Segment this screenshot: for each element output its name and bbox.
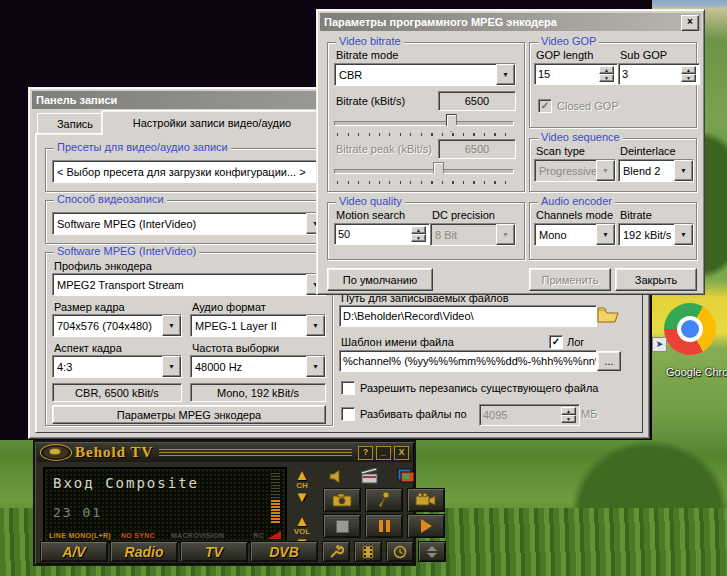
behold-tv-window: Behold TV ? _ X Вход Composite 23 01 LIN… bbox=[33, 440, 416, 566]
channels-mode-select[interactable]: Mono ▼ bbox=[534, 223, 616, 246]
minimize-button[interactable]: _ bbox=[376, 446, 391, 460]
bitrate-slider[interactable] bbox=[334, 113, 514, 139]
split-size-value: 4095 bbox=[483, 409, 561, 421]
close-icon[interactable]: × bbox=[681, 15, 699, 31]
file-playback-button[interactable] bbox=[354, 541, 382, 562]
log-checkbox[interactable]: ✓ bbox=[549, 335, 563, 349]
motion-search-input[interactable]: 50 ▲▼ bbox=[334, 223, 430, 245]
spin-up-icon[interactable]: ▲ bbox=[681, 66, 696, 74]
chevron-down-icon[interactable]: ▼ bbox=[306, 356, 325, 377]
help-button[interactable]: ? bbox=[358, 446, 373, 460]
channel-down-button[interactable]: ▼ bbox=[295, 490, 310, 503]
tab-record-label: Запись bbox=[57, 118, 93, 130]
template-more-button[interactable]: ... bbox=[597, 351, 621, 371]
overwrite-checkbox[interactable] bbox=[341, 381, 355, 395]
frame-size-select[interactable]: 704x576 (704x480) ▼ bbox=[52, 314, 182, 337]
stop-button[interactable] bbox=[323, 514, 361, 538]
sub-gop-value: 3 bbox=[622, 68, 681, 80]
close-button[interactable]: Закрыть bbox=[615, 268, 697, 291]
spin-down-icon[interactable]: ▼ bbox=[599, 74, 614, 82]
volume-up-button[interactable]: ▲ bbox=[295, 514, 310, 527]
mode-radio-button[interactable]: Radio bbox=[110, 541, 178, 562]
motion-search-spinner[interactable]: ▲▼ bbox=[411, 226, 426, 242]
deinterlace-select[interactable]: Blend 2 ▼ bbox=[618, 159, 694, 182]
bitrate-mode-select[interactable]: CBR ▼ bbox=[334, 63, 516, 86]
slider-thumb[interactable] bbox=[446, 114, 457, 132]
chevron-down-icon: ▼ bbox=[496, 224, 515, 245]
status-rc: RC bbox=[253, 532, 264, 539]
chevron-down-icon[interactable]: ▼ bbox=[306, 315, 325, 336]
preset-select[interactable]: < Выбор пресета для загрузки конфигураци… bbox=[52, 160, 326, 183]
audio-bitrate-select[interactable]: 192 kBit/s ▼ bbox=[618, 223, 694, 246]
slider-track bbox=[334, 169, 514, 174]
record-path-input[interactable]: D:\Beholder\Record\Video\ bbox=[339, 305, 597, 327]
mode-av-label: A/V bbox=[62, 544, 85, 560]
video-record-button[interactable] bbox=[407, 488, 445, 512]
software-mpeg-group-label: Software MPEG (InterVideo) bbox=[54, 245, 199, 257]
tv-display-button[interactable] bbox=[397, 468, 414, 483]
mode-dvb-button[interactable]: DVB bbox=[250, 541, 318, 562]
aspect-select[interactable]: 4:3 ▼ bbox=[52, 355, 182, 378]
template-more-label: ... bbox=[604, 355, 613, 367]
record-method-group: Способ видеозаписи Software MPEG (InterV… bbox=[45, 200, 333, 244]
sub-gop-input[interactable]: 3 ▲▼ bbox=[618, 63, 700, 85]
mode-tv-button[interactable]: TV bbox=[180, 541, 248, 562]
channel-up-button[interactable]: ▲ bbox=[295, 468, 310, 481]
gop-length-spinner[interactable]: ▲▼ bbox=[599, 66, 614, 82]
chevron-down-icon[interactable]: ▼ bbox=[596, 224, 615, 245]
spin-up-icon[interactable]: ▲ bbox=[561, 407, 576, 415]
bitrate-peak-value-box: 6500 bbox=[438, 139, 516, 159]
encoder-params-button[interactable]: Параметры MPEG энкодера bbox=[52, 405, 326, 424]
encoder-profile-select[interactable]: MPEG2 Transport Stream ▼ bbox=[52, 273, 326, 296]
tab-video-audio-settings[interactable]: Настройки записи видео/аудио bbox=[101, 110, 323, 135]
chevron-down-icon[interactable]: ▼ bbox=[496, 64, 515, 85]
spin-down-icon[interactable]: ▼ bbox=[411, 234, 426, 242]
chevron-down-icon[interactable]: ▼ bbox=[162, 356, 181, 377]
audio-format-select[interactable]: MPEG-1 Layer II ▼ bbox=[190, 314, 326, 337]
split-files-checkbox[interactable] bbox=[341, 407, 355, 421]
spin-down-icon[interactable]: ▼ bbox=[681, 74, 696, 82]
lcd-input-line: Вход Composite bbox=[53, 475, 199, 491]
mute-button[interactable] bbox=[329, 469, 345, 484]
snapshot-button[interactable] bbox=[323, 488, 361, 512]
mpeg-dialog-titlebar[interactable]: Параметры программного MPEG энкодера bbox=[320, 13, 701, 31]
status-macrovision: MACROVISION bbox=[171, 532, 224, 539]
gop-length-input[interactable]: 15 ▲▼ bbox=[534, 63, 618, 85]
record-method-select[interactable]: Software MPEG (InterVideo) ▼ bbox=[52, 212, 326, 235]
spin-up-icon[interactable]: ▲ bbox=[411, 226, 426, 234]
compact-mode-button[interactable] bbox=[418, 541, 446, 562]
scheduler-button[interactable] bbox=[386, 541, 414, 562]
split-size-spinner[interactable]: ▲▼ bbox=[561, 407, 576, 423]
settings-button[interactable] bbox=[322, 541, 350, 562]
mode-av-button[interactable]: A/V bbox=[40, 541, 108, 562]
chevron-down-icon[interactable]: ▼ bbox=[674, 224, 693, 245]
up-down-arrows-icon bbox=[426, 545, 438, 559]
spin-down-icon[interactable]: ▼ bbox=[561, 415, 576, 423]
dc-precision-label: DC precision bbox=[432, 209, 495, 221]
spin-up-icon[interactable]: ▲ bbox=[599, 66, 614, 74]
gop-length-value: 15 bbox=[538, 68, 599, 80]
video-clip-button[interactable] bbox=[361, 468, 379, 484]
audio-record-button[interactable] bbox=[365, 488, 403, 512]
play-button[interactable] bbox=[407, 514, 445, 538]
browse-folder-button[interactable] bbox=[597, 306, 619, 324]
behold-titlebar[interactable]: Behold TV ? _ X bbox=[37, 443, 412, 462]
chevron-down-icon[interactable]: ▼ bbox=[162, 315, 181, 336]
sub-gop-spinner[interactable]: ▲▼ bbox=[681, 66, 696, 82]
close-window-button[interactable]: X bbox=[394, 446, 409, 460]
chevron-down-icon[interactable]: ▼ bbox=[674, 160, 693, 181]
sample-rate-select[interactable]: 48000 Hz ▼ bbox=[190, 355, 326, 378]
chrome-icon-label[interactable]: Google Chro bbox=[666, 366, 727, 378]
presets-group: Пресеты для видео/аудио записи < Выбор п… bbox=[45, 148, 333, 192]
defaults-button[interactable]: По умолчанию bbox=[327, 268, 433, 291]
sub-gop-label: Sub GOP bbox=[620, 49, 667, 61]
close-glyph: × bbox=[687, 16, 693, 27]
split-size-input[interactable]: 4095 ▲▼ bbox=[479, 404, 580, 426]
video-summary-text: CBR, 6500 kBit/s bbox=[75, 387, 159, 399]
filename-template-input[interactable]: %channel% (%yy%%%mm%%%dd%-%hh%%%nn% bbox=[339, 350, 597, 372]
clock-icon bbox=[393, 545, 407, 559]
pause-button[interactable] bbox=[365, 514, 403, 538]
google-chrome-icon[interactable] bbox=[664, 303, 716, 355]
scan-type-select: Progressive ▼ bbox=[534, 159, 616, 182]
apply-button-label: Применить bbox=[542, 274, 599, 286]
